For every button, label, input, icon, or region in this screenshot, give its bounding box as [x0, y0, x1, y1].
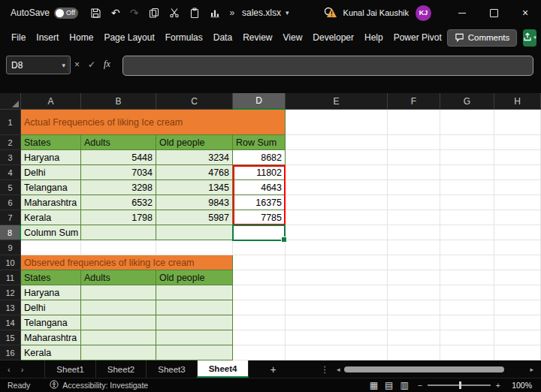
zoom-level[interactable]: 100%: [509, 381, 532, 390]
cell-F3[interactable]: [388, 150, 440, 165]
scroll-right-icon[interactable]: ▸: [530, 366, 533, 373]
share-button[interactable]: ▾: [523, 29, 536, 47]
cell-A7[interactable]: Kerala: [21, 210, 81, 225]
alert-icon[interactable]: [326, 8, 337, 18]
cell-G2[interactable]: [440, 135, 494, 150]
column-header-A[interactable]: A: [21, 93, 81, 110]
cell-A4[interactable]: Delhi: [21, 165, 81, 180]
cell-F7[interactable]: [388, 210, 440, 225]
cell-H12[interactable]: [494, 285, 541, 300]
column-header-G[interactable]: G: [440, 93, 494, 110]
cell-C3[interactable]: 3234: [156, 150, 233, 165]
cell-H16[interactable]: [494, 345, 541, 360]
row-header-10[interactable]: 10: [0, 255, 21, 270]
cell-G11[interactable]: [440, 270, 494, 285]
cell-D12[interactable]: [233, 285, 286, 300]
cell-F10[interactable]: [388, 255, 440, 270]
cell-A10[interactable]: Observed frequencies of liking Ice cream: [21, 255, 233, 270]
cell-D6[interactable]: 16375: [233, 195, 286, 210]
column-header-F[interactable]: F: [388, 93, 440, 110]
select-all-button[interactable]: [0, 93, 21, 110]
row-header-11[interactable]: 11: [0, 270, 21, 285]
zoom-in-icon[interactable]: +: [496, 381, 500, 390]
column-header-H[interactable]: H: [494, 93, 541, 110]
sheet-prev-icon[interactable]: ‹: [8, 365, 11, 374]
cell-H11[interactable]: [494, 270, 541, 285]
cell-D15[interactable]: [233, 330, 286, 345]
cell-C16[interactable]: [156, 345, 233, 360]
cell-C2[interactable]: Old people: [156, 135, 233, 150]
cell-H3[interactable]: [494, 150, 541, 165]
cell-F4[interactable]: [388, 165, 440, 180]
copy-icon[interactable]: [149, 8, 159, 18]
cell-F16[interactable]: [388, 345, 440, 360]
cell-D9[interactable]: [233, 240, 286, 255]
cell-B14[interactable]: [81, 315, 156, 330]
cell-F5[interactable]: [388, 180, 440, 195]
cell-B12[interactable]: [81, 285, 156, 300]
cell-G9[interactable]: [440, 240, 494, 255]
cell-B3[interactable]: 5448: [81, 150, 156, 165]
page-layout-view-icon[interactable]: ▤: [385, 380, 393, 390]
cell-D13[interactable]: [233, 300, 286, 315]
cell-E13[interactable]: [286, 300, 388, 315]
row-header-6[interactable]: 6: [0, 195, 21, 210]
cell-A14[interactable]: Telangana: [21, 315, 81, 330]
cell-G14[interactable]: [440, 315, 494, 330]
column-header-B[interactable]: B: [81, 93, 156, 110]
cell-G6[interactable]: [440, 195, 494, 210]
cell-G1[interactable]: [440, 110, 494, 135]
cell-E8[interactable]: [286, 225, 388, 240]
cell-B5[interactable]: 3298: [81, 180, 156, 195]
cell-D2[interactable]: Row Sum: [233, 135, 286, 150]
maximize-button[interactable]: [478, 0, 509, 26]
scrollbar-track[interactable]: [344, 366, 527, 372]
cell-C5[interactable]: 1345: [156, 180, 233, 195]
row-header-13[interactable]: 13: [0, 300, 21, 315]
normal-view-icon[interactable]: ▦: [370, 380, 378, 390]
cut-icon[interactable]: [169, 8, 180, 18]
cell-B4[interactable]: 7034: [81, 165, 156, 180]
close-button[interactable]: ×: [509, 0, 541, 26]
cell-H6[interactable]: [494, 195, 541, 210]
row-header-3[interactable]: 3: [0, 150, 21, 165]
row-header-9[interactable]: 9: [0, 240, 21, 255]
ribbon-tab-file[interactable]: File: [6, 27, 31, 48]
ribbon-tab-data[interactable]: Data: [208, 27, 237, 48]
document-title[interactable]: sales.xlsx ▾: [242, 0, 289, 26]
cell-E6[interactable]: [286, 195, 388, 210]
cell-H1[interactable]: [494, 110, 541, 135]
zoom-out-icon[interactable]: −: [418, 381, 422, 390]
cell-F6[interactable]: [388, 195, 440, 210]
row-header-5[interactable]: 5: [0, 180, 21, 195]
zoom-slider[interactable]: [428, 384, 491, 386]
minimize-button[interactable]: [446, 0, 478, 26]
cell-A9[interactable]: [21, 240, 81, 255]
name-box[interactable]: D8 ▾: [6, 56, 71, 74]
cell-D4[interactable]: 11802: [233, 165, 286, 180]
cell-H2[interactable]: [494, 135, 541, 150]
cell-G4[interactable]: [440, 165, 494, 180]
undo-icon[interactable]: ↶: [111, 7, 120, 19]
cell-B15[interactable]: [81, 330, 156, 345]
cell-F15[interactable]: [388, 330, 440, 345]
cell-H5[interactable]: [494, 180, 541, 195]
cell-C14[interactable]: [156, 315, 233, 330]
toolbar-overflow-icon[interactable]: »: [230, 8, 235, 18]
clipboard-icon[interactable]: [189, 8, 200, 18]
cell-D16[interactable]: [233, 345, 286, 360]
cell-C15[interactable]: [156, 330, 233, 345]
cell-D7[interactable]: 7785: [233, 210, 286, 225]
zoom-slider-thumb[interactable]: [459, 381, 461, 389]
sheet-tab-sheet1[interactable]: Sheet1: [44, 360, 95, 378]
ribbon-tab-insert[interactable]: Insert: [31, 27, 64, 48]
formula-input[interactable]: [122, 56, 533, 76]
cell-F8[interactable]: [388, 225, 440, 240]
cell-B16[interactable]: [81, 345, 156, 360]
cell-E12[interactable]: [286, 285, 388, 300]
cell-H9[interactable]: [494, 240, 541, 255]
cell-H8[interactable]: [494, 225, 541, 240]
cell-C9[interactable]: [156, 240, 233, 255]
accessibility-status[interactable]: Accessibility: Investigate: [50, 380, 148, 390]
cell-G16[interactable]: [440, 345, 494, 360]
